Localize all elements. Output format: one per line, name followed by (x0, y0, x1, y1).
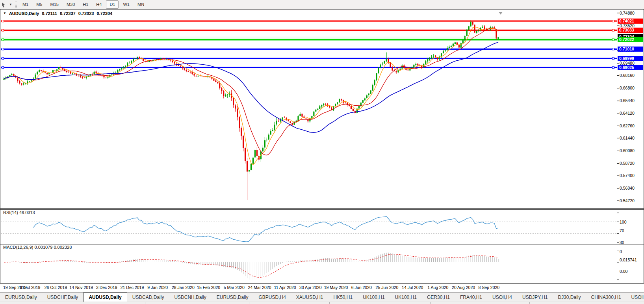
date-label: 21 Dec 2019 (121, 285, 144, 290)
candles-layer (3, 20, 499, 200)
tab-item-uk100-h1[interactable]: UK100,H1 (390, 293, 422, 302)
rsi-value: 46.0313 (19, 210, 35, 215)
date-label: 25 Jun 2020 (376, 285, 399, 290)
price-tick-label: 0.74880 (620, 11, 635, 16)
tab-item-uk100-h1[interactable]: UK100,H1 (358, 293, 390, 302)
title-close: 0.72304 (97, 11, 112, 16)
macd-axis-label: 0.015741 (620, 257, 637, 263)
price-tick-label: 0.58720 (620, 161, 635, 166)
title-low: 0.72023 (78, 11, 94, 16)
date-label: 8 Sep 2020 (478, 285, 499, 290)
hline-handle[interactable] (612, 39, 614, 41)
hline-handle[interactable] (2, 48, 4, 50)
date-label: 1 Aug 2020 (427, 285, 448, 290)
crosshair-tool-icon[interactable] (1, 2, 7, 8)
date-label: 26 Oct 2019 (45, 285, 67, 290)
title-high: 0.72337 (60, 11, 76, 16)
ma-slow-line (4, 42, 498, 132)
tab-item-china300-h1[interactable]: CHINA300,H1 (586, 293, 626, 302)
period-button-M15[interactable]: M15 (46, 0, 62, 9)
date-label: 9 Jan 2020 (147, 285, 168, 290)
tab-item-usdcad-daily[interactable]: USDCAD,Daily (127, 293, 169, 302)
hline-handle[interactable] (612, 29, 614, 31)
macd-axis-label: 0.00 (620, 269, 627, 274)
date-axis[interactable]: 19 Sep 20198 Oct 201926 Oct 201914 Nov 2… (0, 283, 644, 292)
tab-item-hk50-h1[interactable]: HK50,H1 (328, 293, 358, 302)
hline-handle[interactable] (2, 29, 4, 31)
tool-dropdown-caret[interactable]: ▼ (9, 3, 12, 6)
hline-price-label: 0.71010 (618, 47, 643, 52)
tab-item-dj30-daily[interactable]: DJ30,Daily (553, 293, 586, 302)
date-label: 19 May 2020 (324, 285, 348, 290)
date-label: 5 Mar 2020 (224, 285, 245, 290)
tab-item-usoil-h4[interactable]: USOil,H4 (487, 293, 517, 302)
tab-item-eurusd-daily[interactable]: EURUSD,Daily (0, 293, 42, 302)
date-label: 24 Mar 2020 (248, 285, 271, 290)
rsi-axis-label: 100 (620, 220, 627, 225)
price-tick-label: 0.62760 (620, 123, 635, 129)
period-button-W1[interactable]: W1 (119, 0, 133, 9)
price-tick-label: 0.68160 (620, 73, 635, 78)
macd-value-signal: 0.002328 (54, 245, 72, 250)
toolbar: ▼ M1M5M15M30H1H4D1W1MN (0, 0, 644, 9)
date-label: 15 Feb 2020 (197, 285, 220, 290)
status-divider (249, 302, 249, 304)
horizontal-lines-layer[interactable] (1, 20, 617, 69)
hline-handle[interactable] (2, 67, 4, 69)
rsi-line (33, 216, 498, 242)
period-button-D1[interactable]: D1 (106, 0, 119, 9)
hline-handle[interactable] (612, 58, 614, 60)
chart-canvas[interactable] (0, 9, 644, 283)
hline-handle[interactable] (2, 39, 4, 41)
status-divider (529, 302, 530, 304)
date-label: 30 Apr 2020 (299, 285, 322, 290)
date-label: 3 Dec 2019 (96, 285, 117, 290)
date-label: 14 Jul 2020 (402, 285, 423, 290)
hline-handle[interactable] (612, 48, 614, 50)
status-divider (430, 302, 431, 304)
period-button-M30[interactable]: M30 (63, 0, 78, 9)
period-button-H4[interactable]: H4 (93, 0, 105, 9)
status-divider (145, 302, 145, 304)
toolbar-grip[interactable] (15, 2, 17, 8)
tab-item-audusd-daily[interactable]: AUDUSD,Daily (83, 293, 127, 302)
macd-label: MACD(12,26,9) 0.001079 0.002328 (3, 245, 72, 250)
price-tick-label: 0.60080 (620, 148, 635, 153)
hline-price-label: 0.73033 (618, 28, 643, 33)
hline-handle[interactable] (2, 58, 4, 60)
macd-name: MACD(12,26,9) (3, 245, 33, 250)
period-button-M5[interactable]: M5 (33, 0, 46, 9)
hline-price-label: 0.69025 (618, 65, 643, 70)
date-label: 11 Apr 2020 (274, 285, 296, 290)
chart-title: ▼ AUDUSD,Daily 0.72111 0.72337 0.72023 0… (3, 11, 113, 16)
price-tick-label: 0.61440 (620, 136, 635, 141)
tab-item-eurusd-daily[interactable]: EURUSD,Daily (212, 293, 254, 302)
hline-handle[interactable] (612, 20, 614, 22)
tab-item-usoil-h1[interactable]: USOil,H1 (626, 293, 644, 302)
period-button-MN[interactable]: MN (134, 0, 148, 9)
hline-handle[interactable] (612, 67, 614, 69)
tab-item-usdjpy-h1[interactable]: USDJPY,H1 (517, 293, 553, 302)
rsi-axis-label: 0 (620, 249, 622, 254)
date-label: 14 Nov 2019 (69, 285, 93, 290)
title-symbol: AUDUSD,Daily (9, 11, 39, 16)
rsi-axis-label: 70 (620, 228, 624, 233)
date-label: 20 Aug 2020 (452, 285, 475, 290)
period-button-H1[interactable]: H1 (79, 0, 92, 9)
tab-item-usdchf-daily[interactable]: USDCHF,Daily (42, 293, 84, 302)
tab-item-fra40-h1[interactable]: FRA40,H1 (455, 293, 487, 302)
tab-item-ger30-h1[interactable]: GER30,H1 (422, 293, 455, 302)
status-strip (0, 302, 644, 304)
tab-item-usdcnh-daily[interactable]: USDCNH,Daily (169, 293, 211, 302)
macd-value-main: 0.001079 (34, 245, 52, 250)
tab-item-xauusd-h1[interactable]: XAUUSD,H1 (291, 293, 328, 302)
price-tick-label: 0.64120 (620, 111, 635, 116)
period-button-M1[interactable]: M1 (19, 0, 32, 9)
hline-price-label: 0.72022 (618, 37, 643, 42)
price-tick-label: 0.56040 (620, 186, 635, 191)
hline-handle[interactable] (2, 20, 4, 22)
price-tick-label: 0.54720 (620, 198, 635, 203)
tab-item-gbpusd-h4[interactable]: GBPUSD,H4 (253, 293, 291, 302)
chart-frame (0, 9, 644, 283)
ma-fast-line (4, 27, 498, 165)
